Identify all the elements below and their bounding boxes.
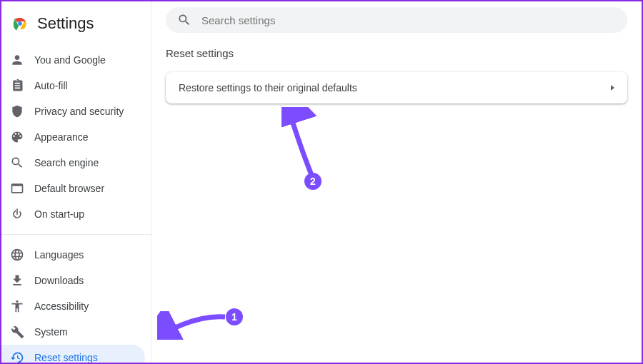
sidebar-item-autofill[interactable]: Auto-fill xyxy=(1,73,145,98)
search-bar[interactable] xyxy=(166,7,627,33)
sidebar-group-2: Languages Downloads Accessibility System… xyxy=(1,238,151,364)
sidebar-item-label: System xyxy=(34,326,68,338)
card-row-label: Restore settings to their original defau… xyxy=(179,82,357,93)
page-title: Settings xyxy=(37,14,94,33)
search-icon xyxy=(177,13,191,27)
sidebar-item-you-and-google[interactable]: You and Google xyxy=(1,47,145,73)
sidebar-item-label: Accessibility xyxy=(34,300,89,312)
sidebar-divider xyxy=(1,234,151,235)
sidebar-item-label: You and Google xyxy=(34,54,106,66)
shield-icon xyxy=(10,104,24,118)
reset-settings-card: Restore settings to their original defau… xyxy=(166,72,627,103)
sidebar-item-label: Downloads xyxy=(34,275,84,286)
search-icon xyxy=(10,156,24,170)
chevron-right-icon xyxy=(611,85,614,91)
sidebar-item-label: Languages xyxy=(34,249,84,261)
sidebar-item-label: On start-up xyxy=(34,208,84,220)
sidebar-item-default-browser[interactable]: Default browser xyxy=(1,176,145,201)
palette-icon xyxy=(10,130,24,144)
download-icon xyxy=(10,273,24,288)
annotation-badge-1: 1 xyxy=(226,308,243,325)
sidebar-item-label: Search engine xyxy=(34,157,99,168)
accessibility-icon xyxy=(10,299,24,313)
search-input[interactable] xyxy=(201,14,616,26)
person-icon xyxy=(10,53,24,67)
sidebar-group-1: You and Google Auto-fill Privacy and sec… xyxy=(1,43,151,231)
restore-icon xyxy=(10,350,24,364)
sidebar-item-label: Default browser xyxy=(34,183,104,194)
power-icon xyxy=(10,207,24,221)
wrench-icon xyxy=(10,325,24,339)
sidebar-item-label: Privacy and security xyxy=(34,106,124,117)
sidebar-item-accessibility[interactable]: Accessibility xyxy=(1,293,145,319)
sidebar-item-label: Auto-fill xyxy=(34,80,68,91)
annotation-badge-2: 2 xyxy=(304,173,322,190)
sidebar-item-downloads[interactable]: Downloads xyxy=(1,268,145,293)
settings-header: Settings xyxy=(1,9,151,43)
sidebar-item-privacy-and-security[interactable]: Privacy and security xyxy=(1,98,145,124)
sidebar-item-label: Appearance xyxy=(34,131,89,143)
sidebar-item-appearance[interactable]: Appearance xyxy=(1,124,145,150)
sidebar-item-reset-settings[interactable]: Reset settings xyxy=(1,345,145,364)
sidebar-item-search-engine[interactable]: Search engine xyxy=(1,150,145,176)
section-title: Reset settings xyxy=(166,47,627,59)
sidebar: Settings You and Google Auto-fill Privac… xyxy=(1,1,151,363)
globe-icon xyxy=(10,248,24,262)
main-content: Reset settings Restore settings to their… xyxy=(151,1,642,363)
sidebar-item-system[interactable]: System xyxy=(1,319,145,345)
sidebar-item-languages[interactable]: Languages xyxy=(1,242,145,268)
browser-icon xyxy=(10,181,24,196)
chrome-logo-icon xyxy=(11,15,29,32)
restore-defaults-row[interactable]: Restore settings to their original defau… xyxy=(166,72,627,103)
sidebar-item-label: Reset settings xyxy=(34,352,98,363)
annotation-arrow-1 xyxy=(157,311,229,340)
clipboard-icon xyxy=(10,79,24,93)
sidebar-item-on-startup[interactable]: On start-up xyxy=(1,201,145,227)
